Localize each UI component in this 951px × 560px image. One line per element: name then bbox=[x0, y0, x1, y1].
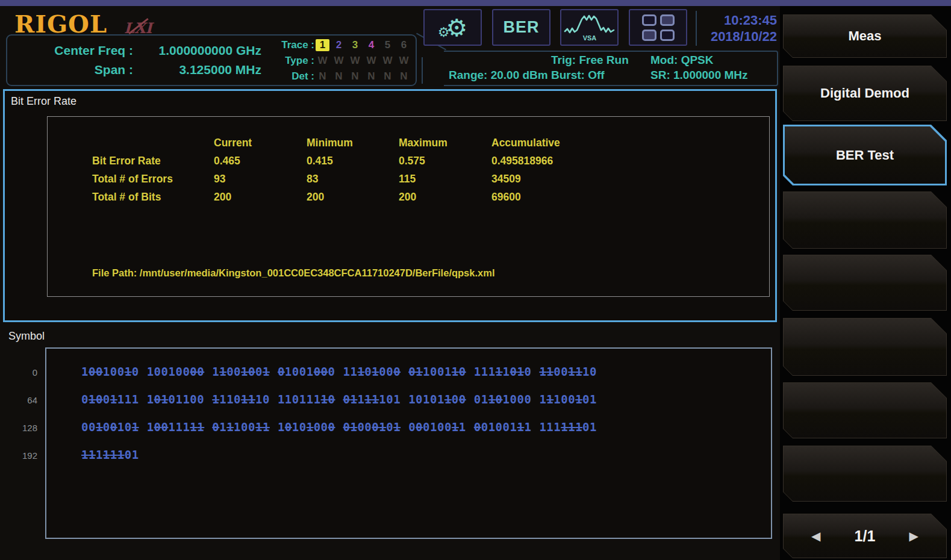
symbol-bit-group: 10101100 bbox=[408, 393, 466, 406]
symbol-bit: 1 bbox=[307, 393, 314, 406]
display-layout-button[interactable] bbox=[629, 9, 687, 46]
trace-4-indicator: 4 bbox=[363, 39, 379, 51]
symbol-bit: 1 bbox=[496, 365, 503, 378]
symbol-bit: 0 bbox=[343, 420, 351, 434]
symbol-bit: 0 bbox=[444, 420, 452, 434]
symbol-bit: 1 bbox=[175, 393, 182, 406]
symbol-bit: 1 bbox=[103, 365, 110, 378]
vsa-mode-button[interactable]: VSA bbox=[560, 9, 619, 46]
center-freq-value: 1.000000000 GHz bbox=[133, 43, 264, 58]
page-prev-button[interactable]: ◀ bbox=[811, 529, 820, 543]
svg-text:VSA: VSA bbox=[582, 34, 596, 42]
symbol-bit: 0 bbox=[292, 393, 299, 406]
symbol-bit: 1 bbox=[278, 420, 285, 434]
symbol-bit: 0 bbox=[328, 393, 335, 406]
symbol-bit-group: 01110011 bbox=[212, 420, 270, 434]
symbol-bit: 0 bbox=[154, 365, 161, 378]
symbol-bit: 0 bbox=[197, 393, 204, 406]
system-settings-button[interactable]: ⚙ ⚙ bbox=[423, 9, 482, 46]
sidebar-item-ber-test-face: BER Test bbox=[785, 126, 945, 184]
symbol-bit: 0 bbox=[503, 420, 510, 434]
rigol-logo: RIGOL bbox=[14, 10, 107, 38]
trace-5-indicator: 5 bbox=[379, 39, 396, 51]
symbol-bit: 1 bbox=[110, 448, 117, 461]
trace-type-label: Type : bbox=[265, 55, 314, 67]
symbol-bit: 0 bbox=[81, 420, 89, 434]
ber-mode-button[interactable]: BER bbox=[492, 9, 550, 46]
symbol-bit: 1 bbox=[437, 393, 444, 406]
symbol-bit: 0 bbox=[292, 365, 299, 378]
page-next-button[interactable]: ▶ bbox=[909, 529, 918, 543]
symbol-bit: 1 bbox=[147, 393, 154, 406]
symbol-bit: 1 bbox=[212, 393, 219, 406]
symbol-bit: 0 bbox=[430, 365, 437, 378]
symbol-bit: 0 bbox=[408, 420, 416, 434]
sidebar-item-empty-5[interactable] bbox=[783, 255, 947, 311]
symbol-bit: 0 bbox=[474, 393, 481, 406]
symbol-bit: 1 bbox=[117, 420, 125, 434]
symbol-row: 19211111101 bbox=[0, 448, 777, 476]
symbol-bit: 0 bbox=[314, 420, 321, 434]
status-readout-box: Range: 20.00 dBm Trig: Free Run Burst: O… bbox=[444, 51, 778, 86]
symbol-bit: 0 bbox=[96, 393, 103, 406]
trig-status: Trig: Free Run bbox=[551, 54, 629, 67]
span-label: Span : bbox=[16, 63, 133, 77]
symbol-bit-group: 11111010 bbox=[474, 365, 532, 378]
symbol-bit-group: 11101110 bbox=[212, 393, 270, 406]
symbol-bit: 1 bbox=[379, 420, 386, 434]
symbol-bit: 0 bbox=[496, 393, 503, 406]
ber-value: 200 bbox=[399, 191, 491, 202]
frequency-readout: Center Freq : 1.000000000 GHz Span : 3.1… bbox=[16, 41, 264, 79]
trace-det-values: NNNNNN bbox=[314, 70, 412, 82]
symbol-bit-group: 11111101 bbox=[539, 420, 597, 434]
sidebar-item-empty-7[interactable] bbox=[783, 382, 947, 438]
time-value: 10:23:45 bbox=[693, 12, 777, 28]
symbol-bit: 1 bbox=[234, 420, 241, 434]
symbol-bit: 1 bbox=[553, 393, 561, 406]
symbol-bit: 1 bbox=[568, 420, 575, 434]
symbol-bit: 0 bbox=[430, 393, 437, 406]
sidebar-item-digital-demod-face: Digital Demod bbox=[784, 66, 946, 120]
type-3-indicator: W bbox=[347, 55, 363, 67]
sidebar-item-ber-test[interactable]: BER Test bbox=[783, 125, 947, 185]
symbol-bit: 1 bbox=[89, 393, 96, 406]
symbol-bit-group: 00100111 bbox=[474, 420, 532, 434]
range-status: Range: 20.00 dBm bbox=[449, 69, 548, 82]
symbol-bit: 0 bbox=[248, 420, 255, 434]
symbol-bit: 0 bbox=[357, 420, 364, 434]
sidebar-item-digital-demod[interactable]: Digital Demod bbox=[783, 66, 947, 121]
symbol-bit: 0 bbox=[481, 420, 488, 434]
symbol-bit: 1 bbox=[481, 393, 488, 406]
symbol-bit: 1 bbox=[582, 365, 590, 378]
symbol-bit: 1 bbox=[89, 448, 96, 461]
ber-value: 200 bbox=[214, 191, 307, 202]
sidebar-item-meas[interactable]: Meas bbox=[783, 14, 947, 58]
burst-status: Burst: Off bbox=[551, 69, 605, 82]
symbol-bit: 0 bbox=[386, 393, 393, 406]
symbol-bit: 1 bbox=[182, 420, 190, 434]
symbol-bit-group: 01111101 bbox=[343, 393, 401, 406]
symbol-bit: 1 bbox=[590, 393, 597, 406]
symbol-bit: 1 bbox=[517, 420, 524, 434]
symbol-bit: 1 bbox=[372, 365, 379, 378]
symbol-bit: 1 bbox=[357, 393, 364, 406]
det-6-indicator: N bbox=[396, 70, 412, 82]
symbol-bit: 1 bbox=[241, 365, 248, 378]
symbol-bit: 1 bbox=[568, 365, 575, 378]
trace-1-indicator: 1 bbox=[316, 39, 329, 51]
symbol-bit: 0 bbox=[328, 420, 335, 434]
symbol-bit-group: 11011110 bbox=[278, 393, 335, 406]
sidebar-item-label: Digital Demod bbox=[820, 86, 909, 101]
symbol-bit: 0 bbox=[255, 365, 263, 378]
page-indicator: 1/1 bbox=[855, 527, 876, 545]
sidebar-item-empty-6[interactable] bbox=[783, 318, 947, 376]
vsa-waveform-icon: VSA bbox=[564, 13, 616, 42]
ber-column-header: Accumulative bbox=[491, 137, 672, 148]
det-4-indicator: N bbox=[363, 70, 379, 82]
sidebar-item-empty-8[interactable] bbox=[783, 446, 947, 502]
symbol-bit: 1 bbox=[546, 393, 553, 406]
sidebar-item-empty-4-face bbox=[784, 192, 946, 248]
symbol-bit: 1 bbox=[321, 393, 328, 406]
symbol-bit: 0 bbox=[459, 393, 466, 406]
sidebar-item-empty-4[interactable] bbox=[783, 191, 947, 249]
